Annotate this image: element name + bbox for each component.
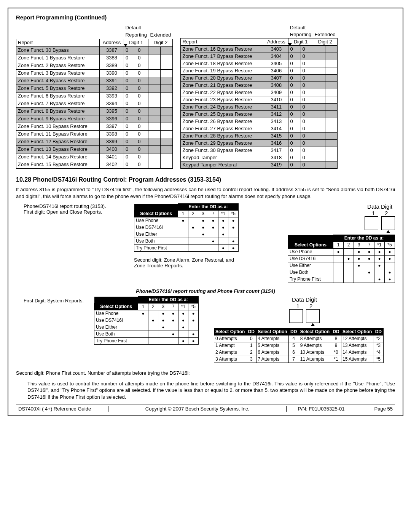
option-row: Use DS7416i	[134, 224, 239, 231]
select-options-b: Select Options	[288, 242, 333, 249]
routing-3154-title: Phone/DS7416i report routing and Phone F…	[16, 288, 395, 294]
table-row: Zone Funct. 4 Bypass Restore339100	[16, 77, 173, 85]
options-table-c: Enter the DD as a: Select Options 1237*1…	[94, 296, 199, 345]
select-options-a: Select Options	[134, 211, 178, 217]
col-address-hdr-r: Address	[264, 38, 288, 46]
table-row: Zone Funct. 24 Bypass Restore341100	[181, 104, 337, 111]
col-address-hdr: Address	[100, 39, 124, 46]
table-row: Zone Funct. 15 Bypass Restore340200	[16, 161, 173, 168]
data-digit-label-1: Data Digit	[365, 203, 395, 210]
attempts-row: 1 Attempt15 Attempts59 Attempts913 Attem…	[214, 342, 384, 349]
default-label-r: Default	[288, 24, 337, 31]
enter-dd-b: Enter the DD as a:	[333, 235, 395, 242]
option-row: Use Phone	[288, 249, 395, 256]
col-digit2-hdr: Digit 2	[148, 39, 173, 46]
col-report-hdr: Report	[16, 39, 100, 46]
footer-guide: DS7400Xi ( 4+) Reference Guide	[16, 406, 108, 412]
table-row: Zone Funct. 17 Bypass Restore340400	[181, 53, 337, 60]
table-row: Zone Funct. 20 Bypass Restore340700	[181, 75, 337, 82]
page-frame: Report Programming (Continued) Default R…	[8, 8, 403, 416]
right-report-table: Default Reporting Extended Report Addres…	[180, 24, 337, 169]
col-report-hdr-r: Report	[181, 38, 264, 46]
final-paragraph: This value is used to control the number…	[16, 380, 395, 401]
table-row: Zone Funct. 26 Bypass Restore341300	[181, 118, 337, 125]
option-row: Use Either	[288, 262, 395, 269]
table-row: Zone Funct. 30 Bypass Restore341700	[181, 147, 337, 154]
option-row: Use Phone	[134, 217, 239, 224]
enter-dd-c: Enter the DD as a:	[138, 297, 199, 304]
option-row: Use Phone	[94, 310, 199, 317]
second-digit-note: Second digit: Zone Alarm, Zone Restoral,…	[134, 257, 239, 268]
default-label: Default	[124, 24, 173, 32]
table-row: Zone Funct. 3 Bypass Restore339000	[16, 69, 173, 77]
select-options-c: Select Options	[94, 304, 138, 310]
table-row: Zone Funct. 25 Bypass Restore341200	[181, 111, 337, 118]
table-row: Zone Funct. 7 Bypass Restore339400	[16, 100, 173, 107]
table-row: Keypad Tamper341800	[181, 154, 337, 161]
table-row: Zone Funct. 14 Bypass Restore340100	[16, 153, 173, 161]
attempts-row: 0 Attempts04 Attempts48 Attempts812 Atte…	[214, 335, 384, 342]
dd-box-1b[interactable]	[289, 309, 303, 323]
table-row: Keypad Tamper Restoral341900	[181, 161, 337, 169]
option-row: Use Either	[94, 324, 199, 331]
option-row: Try Phone First	[94, 338, 199, 345]
section-title: Report Programming (Continued)	[16, 14, 395, 21]
option-row: Try Phone First	[288, 276, 395, 283]
second-digit-count: Second digit: Phone First count. Number …	[16, 370, 395, 377]
left-report-table: Default Reporting Extended Report Addres…	[16, 24, 173, 169]
reporting-label: Reporting	[124, 32, 148, 39]
tables-row: Default Reporting Extended Report Addres…	[16, 24, 395, 169]
footer-copyright: Copyright © 2007 Bosch Security Systems,…	[108, 406, 287, 412]
attempts-row: 3 Attempts37 Attempts711 Attempts*115 At…	[214, 356, 384, 363]
option-row: Use DS7416i	[288, 256, 395, 262]
extended-label: Extended	[148, 32, 173, 39]
table-row: Zone Funct. 13 Bypass Restore340000	[16, 145, 173, 153]
footer-pn: P/N: F01U035325-01	[287, 406, 356, 412]
dd-box-2b[interactable]	[306, 309, 320, 323]
table-row: Zone Funct. 12 Bypass Restore339900	[16, 138, 173, 145]
option-row: Use Both	[94, 331, 199, 338]
table-row: Zone Funct. 18 Bypass Restore340500	[181, 60, 337, 67]
enter-dd-a: Enter the DD as a:	[178, 204, 239, 211]
options-table-a: Enter the DD as a: Select Options 1237*1…	[134, 203, 239, 252]
table-row: Zone Funct. 10 Bypass Restore339700	[16, 123, 173, 130]
table-row: Zone Funct. 11 Bypass Restore339800	[16, 130, 173, 138]
option-row: Use DS7416i	[94, 317, 199, 324]
reporting-label-r: Reporting	[288, 31, 313, 38]
table-row: Zone Funct. 27 Bypass Restore341400	[181, 125, 337, 133]
table-row: Zone Funct. 2 Bypass Restore338900	[16, 62, 173, 69]
table-row: Zone Funct. 29 Bypass Restore341600	[181, 140, 337, 147]
table-row: Zone Funct. 30 Bypass338700	[16, 46, 173, 54]
heading-1028: 10.28 Phone/DS7416i Routing Control: Pro…	[16, 176, 395, 183]
attempts-table: Select OptionDD Select OptionDD Select O…	[214, 328, 384, 363]
option-row: Use Both	[288, 269, 395, 276]
footer-page: Page 55	[356, 406, 395, 412]
col-digit1-hdr-r: Digit 1	[288, 38, 313, 46]
footer: DS7400Xi ( 4+) Reference Guide Copyright…	[16, 404, 395, 412]
option-row: Use Either	[134, 231, 239, 238]
table-row: Zone Funct. 6 Bypass Restore339300	[16, 92, 173, 100]
table-row: Zone Funct. 19 Bypass Restore340600	[181, 67, 337, 75]
left-notes-3153: Phone/DS7416i report routing (3153). Fir…	[16, 203, 134, 215]
option-row: Use Both	[134, 238, 239, 245]
first-digit-system: First Digit: System Reports.	[16, 296, 94, 304]
col-digit1-hdr: Digit 1	[124, 39, 148, 46]
extended-label-r: Extended	[313, 31, 337, 38]
table-row: Zone Funct. 23 Bypass Restore341000	[181, 96, 337, 104]
table-row: Zone Funct. 9 Bypass Restore339600	[16, 115, 173, 123]
table-row: Zone Funct. 1 Bypass Restore338800	[16, 54, 173, 62]
attempts-row: 2 Attempts26 Attempts610 Attempts*014 At…	[214, 349, 384, 356]
table-row: Zone Funct. 8 Bypass Restore339500	[16, 107, 173, 115]
option-row: Try Phone First	[134, 245, 239, 252]
table-row: Zone Funct. 21 Bypass Restore340800	[181, 82, 337, 89]
table-row: Zone Funct. 22 Bypass Restore340900	[181, 89, 337, 96]
table-row: Zone Funct. 16 Bypass Restore340300	[181, 46, 337, 53]
dd-box-1a[interactable]	[365, 216, 378, 230]
table-row: Zone Funct. 28 Bypass Restore341500	[181, 133, 337, 140]
table-row: Zone Funct. 5 Bypass Restore339200	[16, 85, 173, 92]
data-digit-label-2: Data Digit	[289, 296, 320, 303]
options-table-b: Enter the DD as a: Select Options 1237*1…	[288, 235, 395, 283]
intro-paragraph: If address 3155 is programmed to "Try DS…	[16, 186, 395, 200]
dd-box-2a[interactable]	[381, 216, 395, 230]
col-digit2-hdr-r: Digit 2	[313, 38, 337, 46]
